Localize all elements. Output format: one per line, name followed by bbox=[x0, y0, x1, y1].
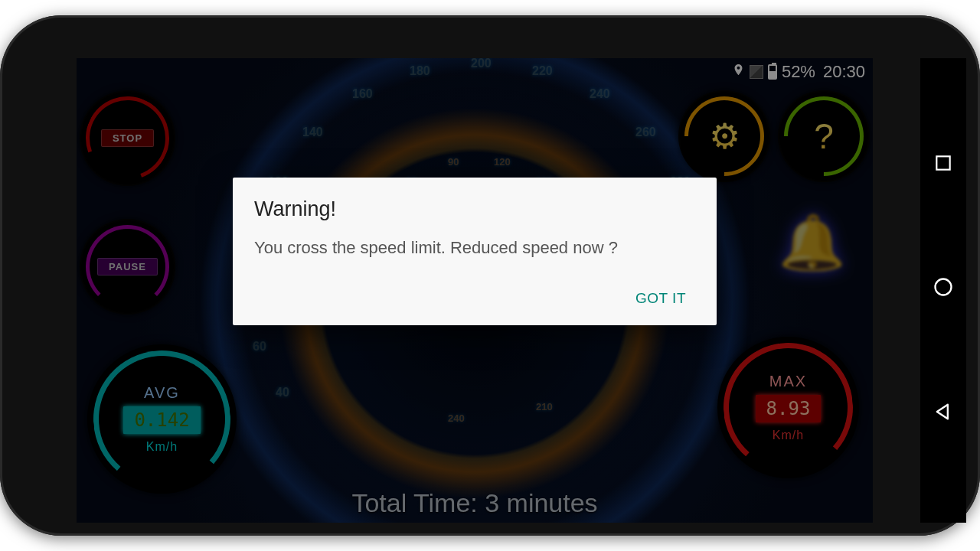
dialog-title: Warning! bbox=[254, 197, 695, 221]
warning-dialog: Warning! You cross the speed limit. Redu… bbox=[233, 178, 717, 325]
back-icon[interactable] bbox=[933, 401, 954, 428]
svg-rect-0 bbox=[936, 156, 949, 169]
recent-apps-icon[interactable] bbox=[933, 153, 953, 178]
home-icon[interactable] bbox=[933, 276, 954, 303]
svg-point-1 bbox=[936, 279, 952, 295]
android-nav-bar bbox=[920, 58, 966, 523]
got-it-button[interactable]: GOT IT bbox=[626, 282, 695, 315]
app-screen: 40 60 80 100 120 140 160 180 200 220 240… bbox=[77, 58, 873, 523]
phone-frame: 40 60 80 100 120 140 160 180 200 220 240… bbox=[0, 15, 980, 536]
dialog-message: You cross the speed limit. Reduced speed… bbox=[254, 238, 695, 258]
